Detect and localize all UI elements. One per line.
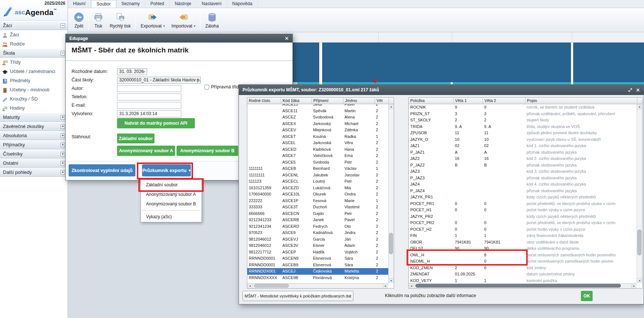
table-row[interactable]: 9812046012ASCE3VElsnerAdam2	[247, 242, 388, 249]
table-row[interactable]: POCET_PR100počet předmětů, ve kterých pr…	[409, 201, 637, 207]
table-row[interactable]: 333333ASCE3TDuchoňVlastimil2	[247, 204, 388, 211]
sidebar-item[interactable]: Kroužky / ŠD	[0, 94, 68, 103]
table-row[interactable]: OBOR7941K817941K81obor vzdělávání v dané…	[409, 239, 637, 246]
table-row[interactable]: ASCEZSvobodováAlena2	[247, 114, 388, 121]
column-header[interactable]: Věta 2	[483, 98, 525, 104]
table-row[interactable]: ASCE7ValníčkováEma2	[247, 153, 388, 159]
horizontal-scrollbar[interactable]: ◄►	[247, 283, 388, 288]
sidebar-section-header[interactable]: Přijímačky+	[0, 140, 68, 149]
menu-tab[interactable]: Nápověda	[227, 0, 258, 8]
column-header[interactable]: Rodné číslo	[247, 98, 281, 104]
table-row[interactable]: ZMENDAT01.09.2025datum uskutečněné změny	[409, 271, 637, 278]
table-row[interactable]: 970523ASCE9KadnářováJindra2	[247, 230, 388, 236]
sidebar-item[interactable]: Učebny - místnosti	[0, 85, 68, 94]
toolbar-button[interactable]: Importovat▾	[168, 9, 199, 31]
menu-item[interactable]: Vykazy (aSc)	[141, 212, 201, 222]
download-button[interactable]: Základní soubor	[117, 134, 154, 143]
expand-icon[interactable]: +	[61, 134, 65, 138]
table-row[interactable]: P_JAZ4příznak studovaného jazyka	[409, 188, 637, 194]
table-row[interactable]: JAZ4kód 4. cizího studovaného jazyka	[409, 181, 637, 188]
sidebar-item[interactable]: Hodiny	[0, 103, 68, 113]
edupage-titlebar[interactable]: Edupage	[66, 34, 292, 43]
table-row[interactable]: KOD_VETY11kontrolní položka	[409, 278, 637, 284]
table-row[interactable]: PRIZN_ST33příznak vzdělávání, průběh, op…	[409, 111, 637, 117]
table-row[interactable]: NEOML_H0počet neomluvených zameškaných h…	[409, 258, 637, 265]
close-icon[interactable]	[285, 36, 289, 40]
export-explorer-button[interactable]: Průzkumník exportu ▾	[142, 164, 191, 176]
scroll-left-icon[interactable]: ◄	[247, 284, 253, 288]
table-row[interactable]: RRNNDD0001ASCEN9ElsnerováSára2	[247, 255, 388, 262]
table-row[interactable]: 1610121359ASCEZDLukáčováMia2	[247, 185, 388, 191]
ok-button[interactable]: OK	[581, 291, 593, 301]
input-field[interactable]	[117, 102, 181, 109]
download-button[interactable]: Anonymizovaný soubor A	[117, 146, 175, 156]
table-row[interactable]: DELST9090délka vzdělávacího programu	[409, 245, 637, 252]
column-header[interactable]: Popis	[525, 98, 637, 104]
table-row[interactable]: TRIDA9. A9. Atřída, studijní skupina ve …	[409, 124, 637, 130]
table-row[interactable]: 11111111ASCENLJakubekJaroslav2	[247, 172, 388, 179]
table-row[interactable]: RRNNDDXXXXASCE9BFloriánováKristýna2	[247, 275, 388, 281]
column-header[interactable]: Vět	[375, 98, 389, 104]
table-row[interactable]: POCET_H100počet hodin výuky v cizím jazy…	[409, 207, 637, 213]
check-data-button[interactable]: Zkontrolovat vyplnění údajů	[69, 164, 135, 176]
input-field[interactable]: 31.3.2026 14:03:14	[117, 110, 181, 117]
scroll-left-icon[interactable]: ◄	[409, 284, 414, 288]
vertical-scrollbar[interactable]: ▲▼	[637, 104, 642, 283]
sidebar-section-header[interactable]: Další pohledy+	[0, 168, 68, 177]
table-row[interactable]: ST_SKOLY22stupeň školy	[409, 117, 637, 124]
menu-item[interactable]: Anonymizovaný soubor A	[141, 190, 201, 199]
toolbar-button[interactable]: Tisk	[90, 9, 106, 31]
close-icon[interactable]	[636, 88, 640, 92]
horizontal-scrollbar[interactable]: ◄►	[409, 283, 637, 288]
input-field[interactable]	[117, 85, 181, 92]
column-header[interactable]: Jméno	[343, 98, 375, 104]
sidebar-section-header[interactable]: Závěrečné zkoušky+	[0, 122, 68, 131]
input-field[interactable]	[117, 94, 181, 100]
table-row[interactable]: ASCEDKlabíkováHana2	[247, 146, 388, 153]
table-row[interactable]: 222222ASCE1PFesováMarie1	[247, 198, 388, 204]
table-row[interactable]: FIN11zdroj financování žáka/studenta	[409, 233, 637, 239]
table-row[interactable]: ZPUSOB1111způsob plnění povinné školní d…	[409, 130, 637, 136]
select-school-part[interactable]: 320000010_01 - Základní škola Havlov p.o…	[117, 77, 201, 84]
scroll-down-icon[interactable]: ▼	[637, 278, 642, 283]
toolbar-button[interactable]: Exportovat▾	[137, 9, 168, 31]
sidebar-item[interactable]: Žáci	[0, 30, 68, 39]
table-row[interactable]: JAZ10202kód 1. cizího studovaného jazyka	[409, 143, 637, 149]
expand-icon[interactable]: +	[61, 152, 65, 156]
table-row[interactable]: JAZ21616kód 2. cizího studovaného jazyka	[409, 156, 637, 162]
select-date[interactable]: 31. 03. 2026	[117, 68, 147, 75]
scrollbar-thumb[interactable]	[389, 233, 393, 254]
upload-api-button[interactable]: Nahrát do matriky pomocí API	[117, 118, 195, 128]
expand-icon[interactable]: +	[61, 170, 65, 175]
toolbar-button[interactable]: Rychlý tisk	[106, 9, 134, 31]
menu-tab[interactable]: Seznamy	[116, 0, 145, 8]
scroll-right-icon[interactable]: ►	[631, 284, 637, 288]
expand-icon[interactable]: +	[61, 161, 65, 165]
toolbar-button[interactable]: Záloha	[202, 9, 222, 31]
table-row[interactable]: POCET_H200počet hodin výuky v cizím jazy…	[409, 226, 637, 233]
table-row[interactable]: 9812217712ASCEPHádlíkVojtěch2	[247, 249, 388, 256]
menu-tab[interactable]: Nástroje	[170, 0, 197, 8]
expand-icon[interactable]: +	[61, 115, 65, 120]
table-row[interactable]: P_JAZ1AApříznak studovaného jazyka	[409, 149, 637, 156]
table-row[interactable]: RRNNDD0001ASCEB9ElsnerováSára2	[247, 262, 388, 268]
sidebar-section-header[interactable]: Číselníky+	[0, 149, 68, 158]
table-row[interactable]: 9212341233ASCERBJanekPavel2	[247, 217, 388, 223]
column-header[interactable]: Položka	[409, 98, 454, 104]
table-row[interactable]: 1706040000ASCE10LOkurekOndra2	[247, 191, 388, 198]
table-row[interactable]: OML_H8počet omluvených zameškaných hodin…	[409, 252, 637, 259]
table-row[interactable]: P_JAZ2BBpříznak studovaného jazyka	[409, 162, 637, 169]
table-row[interactable]: 9812046012ASCEVJGarciaJán2	[247, 236, 388, 243]
table-row[interactable]: JAZYK_O1010vyučovací jazyk oboru u SŠ, k…	[409, 136, 637, 143]
scroll-down-icon[interactable]: ▼	[389, 278, 394, 283]
collapse-icon[interactable]: −	[61, 51, 65, 55]
table-row[interactable]: 6666666ASCECNGajdoPetr2	[247, 211, 388, 217]
scrollbar-thumb[interactable]	[415, 284, 621, 288]
table-row[interactable]: ROCNIK99ročník, ve kterém se student vzd…	[409, 104, 637, 111]
expand-icon[interactable]: +	[61, 124, 65, 129]
table-row[interactable]: RRNNDDX001ASCEJČejkovskáMarkéta2	[247, 268, 388, 275]
resize-icon[interactable]	[628, 88, 632, 92]
scroll-right-icon[interactable]: ►	[383, 284, 388, 288]
table-row[interactable]: JAZ3kód 3. cizího studovaného jazyka	[409, 168, 637, 175]
menu-item[interactable]: Základní soubor	[141, 180, 201, 190]
